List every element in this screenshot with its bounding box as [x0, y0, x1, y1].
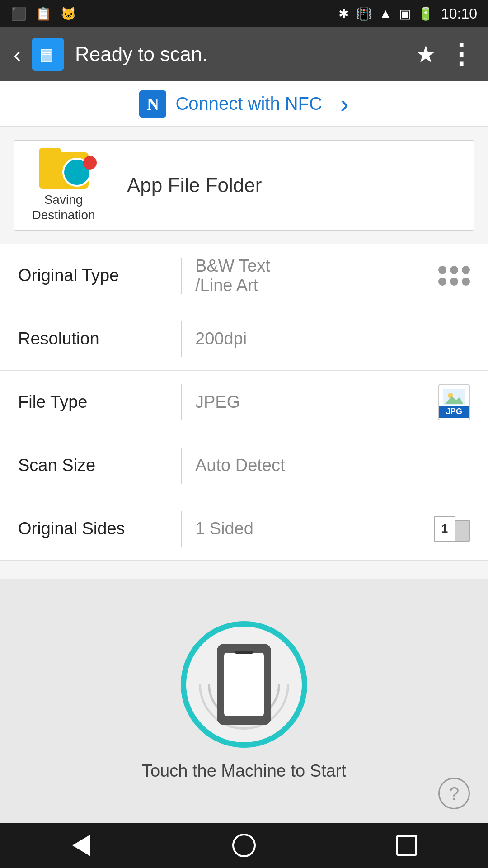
original-sides-row[interactable]: Original Sides 1 Sided 1: [0, 497, 488, 561]
saving-destination-label: Saving Destination: [32, 192, 95, 222]
jpeg-icon: JPG: [438, 384, 470, 420]
row-divider: [181, 258, 182, 294]
scan-size-label: Scan Size: [18, 456, 181, 475]
dots-icon: [438, 266, 470, 286]
navigation-bar: [0, 823, 488, 868]
favorite-button[interactable]: ★: [415, 41, 436, 68]
help-icon: ?: [449, 783, 459, 804]
toolbar-title: Ready to scan.: [75, 43, 404, 66]
resolution-label: Resolution: [18, 329, 181, 349]
jpeg-label: JPG: [439, 406, 469, 418]
nfc-arrow-icon: ›: [340, 89, 349, 118]
toolbar: ‹ Ready to scan. ★ ⋮: [0, 27, 488, 81]
scan-app-icon: [38, 44, 58, 64]
row-divider: [181, 448, 182, 484]
recent-square-icon: [396, 835, 417, 856]
status-bar-right: ✱ 📳 ▲ ▣ 🔋 10:10: [338, 5, 477, 22]
resolution-row[interactable]: Resolution 200dpi: [0, 307, 488, 371]
scan-area[interactable]: Touch the Machine to Start: [0, 579, 488, 823]
screenshot-icon: ⬛: [11, 6, 27, 21]
nfc-text: Connect with NFC: [175, 94, 322, 114]
row-divider: [181, 321, 182, 357]
saving-destination-value: App File Folder: [113, 174, 474, 197]
row-divider: [181, 511, 182, 547]
jpeg-img-preview: [443, 389, 465, 405]
original-type-value: B&W Text /Line Art: [195, 256, 438, 295]
folder-body: [39, 152, 89, 189]
status-bar: ⬛ 📋 🐱 ✱ 📳 ▲ ▣ 🔋 10:10: [0, 0, 488, 27]
home-circle-icon: [232, 834, 256, 857]
scan-label: Touch the Machine to Start: [142, 761, 346, 781]
help-button[interactable]: ?: [438, 778, 470, 809]
vibrate-icon: 📳: [356, 6, 372, 21]
folder-red-dot: [83, 156, 97, 170]
file-type-label: File Type: [18, 392, 181, 412]
original-sides-label: Original Sides: [18, 519, 181, 538]
phone-screen: [224, 653, 264, 716]
time-display: 10:10: [441, 5, 477, 22]
row-divider: [181, 384, 182, 420]
folder-icon: [39, 148, 89, 189]
bluetooth-icon: ✱: [338, 6, 349, 21]
menu-button[interactable]: ⋮: [447, 38, 474, 70]
resolution-value: 200dpi: [195, 329, 470, 349]
status-bar-left-icons: ⬛ 📋 🐱: [11, 6, 76, 21]
nfc-icon: N: [139, 90, 166, 118]
phone-icon: [217, 644, 271, 725]
back-button[interactable]: ‹: [14, 42, 21, 67]
signal-icon: ▣: [399, 6, 411, 21]
settings-list: Original Type B&W Text /Line Art Resolut…: [0, 244, 488, 561]
nfc-letter: N: [147, 94, 159, 114]
app-icon: [32, 38, 64, 71]
nav-home-button[interactable]: [226, 827, 262, 863]
phone-speaker: [235, 651, 253, 654]
svg-rect-1: [42, 50, 52, 61]
original-type-row[interactable]: Original Type B&W Text /Line Art: [0, 244, 488, 307]
saving-destination-left: Saving Destination: [14, 141, 113, 230]
bug-icon: 🐱: [61, 6, 76, 21]
battery-icon: 🔋: [418, 6, 434, 21]
scan-size-value: Auto Detect: [195, 456, 470, 475]
saving-destination-card[interactable]: Saving Destination App File Folder: [14, 140, 474, 231]
original-type-label: Original Type: [18, 266, 181, 285]
scan-size-row[interactable]: Scan Size Auto Detect: [0, 434, 488, 497]
nav-back-button[interactable]: [63, 827, 99, 863]
page-1-icon: 1: [434, 516, 455, 542]
wifi-icon: ▲: [379, 6, 392, 21]
clipboard-icon: 📋: [36, 6, 52, 21]
file-type-value: JPEG: [195, 392, 438, 412]
scan-circle[interactable]: [181, 621, 307, 748]
sided-icon: 1: [434, 516, 470, 542]
original-sides-value: 1 Sided: [195, 519, 434, 538]
back-triangle-icon: [72, 835, 90, 856]
nfc-banner[interactable]: N Connect with NFC ›: [0, 81, 488, 127]
nav-recent-button[interactable]: [389, 827, 425, 863]
file-type-row[interactable]: File Type JPEG JPG: [0, 371, 488, 434]
